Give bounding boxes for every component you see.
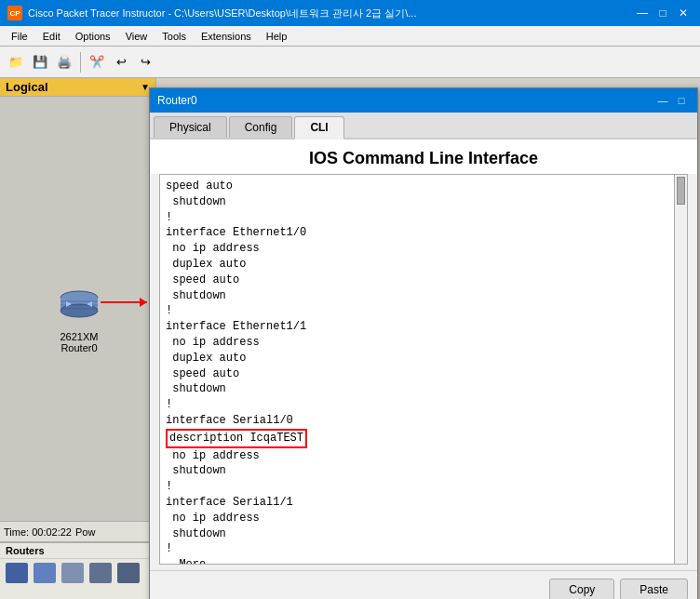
toolbar: 📁 💾 🖨️ ✂️ ↩ ↪ — [0, 47, 700, 78]
main-area: Logical ▼ — [0, 78, 700, 599]
router-svg — [57, 288, 101, 324]
cli-line-19: ! — [166, 479, 668, 495]
cli-line-13: shutdown — [166, 381, 668, 397]
cli-line-9: interface Ethernet1/1 — [166, 319, 668, 335]
dialog-tabs: Physical Config CLI — [150, 113, 697, 140]
menu-help[interactable]: Help — [259, 29, 295, 44]
toolbar-redo-button[interactable]: ↪ — [133, 50, 157, 74]
toolbar-undo-button[interactable]: ↩ — [109, 50, 133, 74]
device-icon-2[interactable] — [34, 563, 56, 583]
copy-button[interactable]: Copy — [549, 579, 614, 600]
devices-icon-row — [0, 559, 155, 587]
scrollbar-thumb[interactable] — [677, 177, 685, 205]
router-node[interactable]: 2621XM Router0 — [56, 283, 102, 353]
menu-edit[interactable]: Edit — [35, 29, 68, 44]
tab-physical[interactable]: Physical — [154, 116, 227, 138]
paste-button[interactable]: Paste — [620, 579, 688, 600]
dialog-footer: Copy Paste — [150, 570, 697, 599]
connection-line — [101, 301, 147, 303]
cli-line-4: no ip address — [166, 241, 668, 257]
toolbar-print-button[interactable]: 🖨️ — [52, 50, 76, 74]
app-titlebar: CP Cisco Packet Tracer Instructor - C:\U… — [0, 0, 700, 26]
cli-scrollbar[interactable] — [674, 175, 687, 564]
menubar: File Edit Options View Tools Extensions … — [0, 26, 700, 47]
device-icon-4[interactable] — [89, 563, 112, 583]
menu-view[interactable]: View — [118, 29, 155, 44]
view-label: Logical ▼ — [0, 78, 155, 97]
cli-line-16-highlighted: description IcqaTEST — [166, 429, 668, 448]
cli-text: speed auto shutdown ! interface Ethernet… — [160, 175, 674, 564]
cli-line-11: duplex auto — [166, 351, 668, 366]
dialog-window: Router0 — □ Physical Config CLI IOS Comm… — [149, 87, 698, 599]
cli-line-1: shutdown — [166, 194, 668, 210]
status-bar: Time: 00:02:22 Pow — [0, 521, 155, 541]
cli-line-22: shutdown — [166, 526, 668, 542]
menu-tools[interactable]: Tools — [155, 29, 194, 44]
cli-line-3: interface Ethernet1/0 — [166, 225, 668, 241]
device-icon-3[interactable] — [61, 563, 84, 583]
cli-line-18: shutdown — [166, 463, 668, 479]
dialog-maximize-button[interactable]: □ — [673, 92, 690, 109]
app-close-button[interactable]: ✕ — [674, 4, 693, 22]
toolbar-save-button[interactable]: 💾 — [28, 50, 52, 74]
menu-options[interactable]: Options — [68, 29, 118, 44]
toolbar-open-button[interactable]: 📁 — [4, 50, 28, 74]
dialog-titlebar: Router0 — □ — [150, 88, 697, 113]
app-icon: CP — [7, 6, 22, 20]
cli-line-7: shutdown — [166, 288, 668, 304]
cli-line-14: ! — [166, 397, 668, 413]
cli-line-5: duplex auto — [166, 257, 668, 273]
cli-line-20: interface Serial1/1 — [166, 495, 668, 511]
dialog-title: Router0 — [157, 94, 653, 107]
dialog-minimize-button[interactable]: — — [654, 92, 671, 109]
menu-extensions[interactable]: Extensions — [194, 29, 259, 44]
cli-line-6: speed auto — [166, 273, 668, 288]
cli-line-0: speed auto — [166, 179, 668, 194]
menu-file[interactable]: File — [4, 29, 35, 44]
time-status-row: Time: 00:02:22 Pow — [0, 521, 155, 541]
cli-line-23: ! — [166, 541, 668, 557]
cli-line-2: ! — [166, 210, 668, 226]
router-model-label: 2621XM Router0 — [61, 331, 99, 353]
cli-line-8: ! — [166, 303, 668, 319]
cli-line-17: no ip address — [166, 448, 668, 464]
cli-line-24: --More-- — [166, 557, 668, 564]
cli-line-21: no ip address — [166, 511, 668, 526]
power-label: Pow — [75, 526, 95, 538]
cli-header: IOS Command Line Interface — [150, 140, 697, 174]
device-icon-5[interactable] — [117, 563, 140, 583]
tab-config[interactable]: Config — [229, 116, 293, 138]
arrow-head-icon — [140, 298, 147, 307]
devices-category-label: Routers — [0, 543, 155, 559]
tab-cli[interactable]: CLI — [294, 116, 343, 140]
cli-line-15: interface Serial1/0 — [166, 413, 668, 429]
highlighted-text: description IcqaTEST — [166, 429, 307, 448]
app-title: Cisco Packet Tracer Instructor - C:\User… — [28, 7, 631, 20]
cli-line-12: speed auto — [166, 366, 668, 382]
app-maximize-button[interactable]: □ — [653, 4, 672, 22]
device-icon-1[interactable] — [6, 563, 28, 583]
cli-content-area[interactable]: speed auto shutdown ! interface Ethernet… — [159, 174, 688, 565]
devices-panel: Routers — [0, 541, 155, 599]
router-icon — [56, 283, 102, 329]
left-panel: Logical ▼ — [0, 78, 156, 599]
app-minimize-button[interactable]: — — [633, 4, 652, 22]
time-label: Time: 00:02:22 — [4, 526, 72, 538]
toolbar-cut-button[interactable]: ✂️ — [85, 50, 109, 74]
cli-line-10: no ip address — [166, 335, 668, 351]
